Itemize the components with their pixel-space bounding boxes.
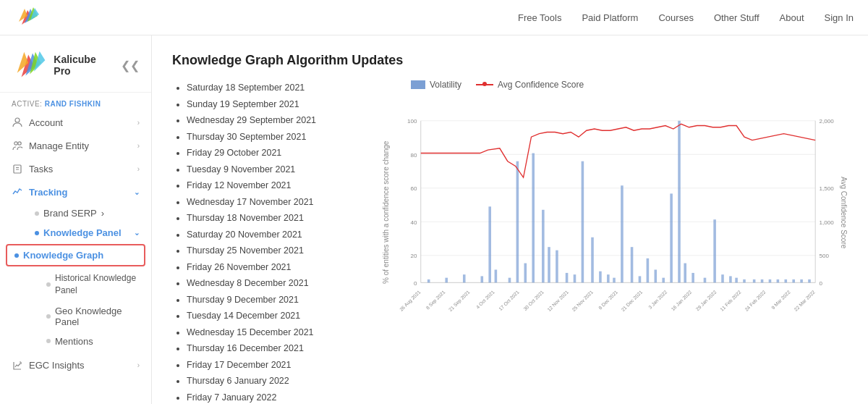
- list-item: Friday 26 November 2021: [187, 259, 360, 276]
- mentions-label: Mentions: [55, 336, 93, 347]
- svg-text:1,000: 1,000: [820, 219, 835, 226]
- sidebar-item-tracking[interactable]: Tracking ⌄: [0, 180, 151, 203]
- chart-inner: 0 20 40 60 80 100 0 500 1,000 1,500 2,00…: [395, 96, 835, 329]
- mentions-wrapper: Mentions: [0, 332, 151, 351]
- svg-rect-72: [735, 278, 738, 283]
- mentions-bullet: [46, 339, 51, 343]
- list-item: Tuesday 14 December 2021: [187, 308, 360, 324]
- historical-kp-wrapper: Historical Knowledge Panel: [0, 268, 151, 301]
- nav-paid-platform[interactable]: Paid Platform: [582, 12, 638, 23]
- svg-rect-60: [639, 276, 642, 282]
- svg-rect-58: [621, 185, 624, 282]
- updates-list: Saturday 18 September 2021Sunday 19 Sept…: [172, 80, 360, 404]
- svg-rect-44: [509, 278, 511, 283]
- svg-text:0: 0: [820, 280, 823, 287]
- svg-text:80: 80: [410, 152, 417, 159]
- svg-rect-59: [631, 247, 634, 282]
- svg-rect-49: [548, 247, 550, 282]
- sidebar-collapse-button[interactable]: ❮❮: [121, 59, 140, 72]
- legend-avg-confidence-label: Avg Confidence Score: [498, 80, 584, 90]
- svg-text:20: 20: [410, 253, 417, 259]
- y-axis-right-label: Avg Confidence Score: [835, 96, 848, 329]
- svg-rect-61: [647, 258, 650, 283]
- active-user-label: ACTIVE: RAND FISHKIN: [0, 93, 151, 111]
- svg-rect-79: [792, 279, 795, 282]
- list-item: Wednesday 8 December 2021: [187, 275, 360, 292]
- sidebar-item-historical-kp[interactable]: Historical Knowledge Panel: [35, 268, 151, 301]
- kp-bullet: [35, 231, 39, 235]
- account-label: Account: [29, 117, 63, 128]
- svg-text:40: 40: [410, 219, 417, 226]
- svg-rect-80: [800, 279, 803, 282]
- list-item: Thursday 18 November 2021: [187, 210, 360, 227]
- svg-rect-68: [704, 278, 707, 283]
- svg-text:60: 60: [410, 185, 417, 192]
- sidebar-item-knowledge-graph[interactable]: Knowledge Graph: [7, 245, 144, 265]
- tasks-chevron: ›: [137, 165, 140, 173]
- svg-rect-70: [721, 274, 724, 282]
- person-icon: [12, 117, 23, 128]
- sidebar-item-knowledge-panel[interactable]: Knowledge Panel ⌄: [23, 223, 151, 243]
- nav-about[interactable]: About: [780, 12, 804, 23]
- list-item: Friday 29 October 2021: [187, 145, 360, 161]
- sidebar-item-knowledge-graph-wrapper: Knowledge Graph: [6, 244, 145, 266]
- svg-rect-55: [599, 272, 602, 283]
- svg-text:3 Jan 2022: 3 Jan 2022: [647, 289, 668, 310]
- nav-free-tools[interactable]: Free Tools: [518, 12, 561, 23]
- list-item: Thursday 9 December 2021: [187, 292, 360, 308]
- sidebar-sub-kp-wrapper: Knowledge Panel ⌄: [0, 223, 151, 243]
- sidebar-sub-brand-serp-wrapper: Brand SERP ›: [0, 203, 151, 223]
- svg-rect-66: [684, 264, 686, 283]
- svg-rect-48: [542, 210, 545, 283]
- sidebar-logo-icon: [12, 47, 46, 83]
- geo-kp-wrapper: Geo Knowledge Panel: [0, 301, 151, 332]
- sidebar-item-account[interactable]: Account ›: [0, 111, 151, 134]
- svg-rect-51: [566, 273, 569, 282]
- logo-icon: [14, 4, 41, 30]
- list-item: Sunday 19 September 2021: [187, 96, 360, 113]
- svg-text:4 Oct 2021: 4 Oct 2021: [475, 289, 495, 309]
- nav-courses[interactable]: Courses: [658, 12, 693, 23]
- svg-text:16 Jan 2022: 16 Jan 2022: [670, 289, 692, 311]
- knowledge-panel-label: Knowledge Panel: [43, 227, 122, 238]
- sidebar-item-brand-serp[interactable]: Brand SERP ›: [23, 203, 151, 223]
- svg-text:8 Dec 2021: 8 Dec 2021: [597, 289, 618, 310]
- svg-rect-50: [556, 251, 558, 283]
- geo-kp-bullet: [46, 314, 51, 319]
- sidebar: Kalicube Pro ❮❮ ACTIVE: RAND FISHKIN Acc…: [0, 35, 152, 404]
- list-item: Saturday 18 September 2021: [187, 80, 360, 96]
- sidebar-logo: Kalicube Pro ❮❮: [0, 35, 151, 93]
- svg-text:30 Oct 2021: 30 Oct 2021: [522, 289, 545, 311]
- kp-chevron: ⌄: [134, 229, 140, 237]
- svg-rect-47: [532, 153, 535, 283]
- sidebar-item-manage-entity[interactable]: Manage Entity ›: [0, 134, 151, 157]
- nav-other-stuff[interactable]: Other Stuff: [714, 12, 760, 23]
- svg-text:21 Dec 2021: 21 Dec 2021: [620, 289, 643, 312]
- main-layout: Kalicube Pro ❮❮ ACTIVE: RAND FISHKIN Acc…: [0, 35, 868, 404]
- sidebar-item-tasks[interactable]: Tasks ›: [0, 157, 151, 180]
- content-area: Knowledge Graph Algorithm Updates Saturd…: [152, 35, 868, 404]
- svg-text:100: 100: [407, 118, 417, 125]
- brand-serp-label: Brand SERP: [43, 208, 97, 219]
- legend-volatility: Volatility: [411, 80, 461, 90]
- chart-container: Volatility Avg Confidence Score % of ent…: [382, 80, 848, 404]
- svg-rect-40: [463, 274, 466, 282]
- svg-text:25 Nov 2021: 25 Nov 2021: [571, 289, 594, 312]
- svg-rect-73: [743, 279, 746, 282]
- egc-insights-label: EGC Insights: [29, 360, 85, 371]
- sidebar-item-egc-insights[interactable]: EGC Insights ›: [0, 354, 151, 377]
- sidebar-item-geo-kp[interactable]: Geo Knowledge Panel: [35, 301, 151, 332]
- geo-kp-label: Geo Knowledge Panel: [55, 306, 140, 327]
- svg-rect-39: [445, 278, 448, 283]
- svg-text:24 Feb 2022: 24 Feb 2022: [744, 289, 767, 312]
- sidebar-item-mentions[interactable]: Mentions: [35, 332, 151, 351]
- nav-signin[interactable]: Sign In: [825, 12, 854, 23]
- svg-text:1,500: 1,500: [820, 185, 835, 192]
- svg-rect-63: [662, 278, 665, 283]
- list-item: Tuesday 9 November 2021: [187, 161, 360, 178]
- svg-rect-64: [670, 193, 673, 282]
- svg-text:11 Feb 2022: 11 Feb 2022: [719, 289, 742, 312]
- svg-text:29 Jan 2022: 29 Jan 2022: [695, 289, 718, 311]
- page-title: Knowledge Graph Algorithm Updates: [172, 53, 848, 68]
- svg-text:26 Aug 2021: 26 Aug 2021: [399, 289, 422, 312]
